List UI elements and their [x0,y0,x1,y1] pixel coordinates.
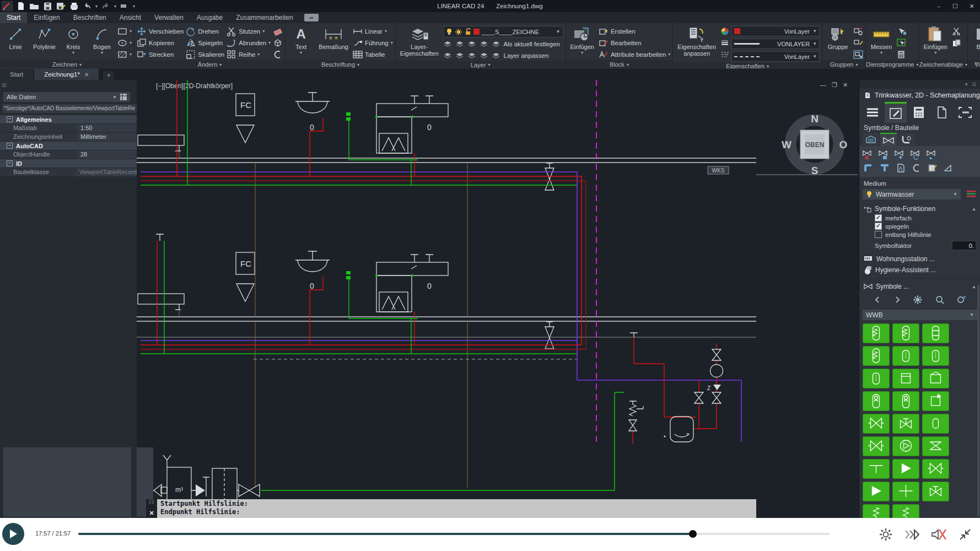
slope-tool-button[interactable] [943,162,955,174]
symbol-mirror-button[interactable] [927,149,939,161]
player-settings-button[interactable] [879,527,893,542]
chevron-down-icon[interactable]: ▾ [488,62,490,67]
nav-prev-button[interactable] [874,296,881,305]
ribbon-overflow-button[interactable]: » [974,60,978,66]
ribbon-button-grp-sel[interactable] [853,49,863,60]
ribbon-button-copyclip[interactable] [952,37,962,48]
ribbon-button-linie[interactable]: Linie [2,25,29,51]
ribbon-button-eraser[interactable] [273,26,283,36]
collapse-icon[interactable]: ▲ [972,207,976,212]
ribbon-button-calc[interactable] [897,49,907,60]
view-compass[interactable]: OBEN N W O S [782,113,847,176]
nav-search-button[interactable] [935,295,945,306]
property-row-bauteilklasse[interactable]: BauteilklasseViewportTableRecord [0,168,137,177]
command-line-handle[interactable]: ⣿⣿ ✕ [146,499,157,518]
symbol-rotate-button[interactable] [911,149,923,161]
symbol-tile-cross-22[interactable] [892,482,919,501]
menu-tab-beschriften[interactable]: Beschriften [67,12,113,23]
chevron-down-icon[interactable]: ▾ [581,50,583,55]
panel-tab-edit-pencil[interactable] [885,102,907,123]
menu-tab-einfügen[interactable]: Einfügen [27,12,66,23]
minimize-button[interactable]: ⎯ [930,0,947,12]
ribbon-button-messen[interactable]: Messen▾ [868,25,895,56]
ribbon-button-spiegeln[interactable]: Spiegeln [186,37,224,48]
symbol-category-dropdown[interactable]: WWB ▼ [863,310,977,320]
ribbon-button-tabelle[interactable]: Tabelle [353,49,393,60]
panel-scrollbar[interactable] [977,285,979,516]
symbol-tile-tank-1[interactable] [892,323,919,343]
panel-tab-calculator[interactable] [908,102,930,123]
symbol-tile-bow-d-20[interactable] [922,459,949,479]
element-path-field[interactable]: *Sonstige*/AutoCAD Basiselemente/Viewpor… [2,104,137,113]
ribbon-button-explode[interactable] [273,37,283,48]
checkbox-mehrfach[interactable]: ✓mehrfach [875,214,980,222]
panel-pin-icon[interactable]: ⊡ [972,82,976,87]
ribbon-button-layer-eigenschaften[interactable]: Layer- Eigenschaften [398,25,441,58]
ribbon-button-polylinie[interactable]: Polylinie [31,25,58,51]
command-line[interactable]: ⣿⣿ ✕ Startpunkt Hilfslinie: Endpunkt Hil… [146,499,756,518]
ribbon-button-bogen[interactable]: Bogen▾ [89,25,115,56]
progress-handle[interactable] [689,530,697,538]
close-tab-icon[interactable]: ✕ [84,72,89,78]
ribbon-button-führung[interactable]: Führung▾ [353,37,393,48]
ribbon-button-als-aktuell-festlegen[interactable]: Als aktuell festlegen [443,39,563,49]
symbol-tile-pump-16[interactable] [892,436,919,456]
player-speed-button[interactable] [905,527,919,542]
chevron-down-icon[interactable]: ▾ [79,62,82,67]
symbol-factor-input[interactable] [952,241,976,250]
tee-tool-button[interactable] [879,162,891,174]
symbol-tile-tri-21[interactable] [863,482,890,501]
symbol-move-button[interactable] [895,149,907,161]
symbol-tile-bow-x-17[interactable] [922,436,949,456]
chevron-down-icon[interactable]: ▾ [965,62,967,67]
property-group-autocad[interactable]: −AutoCAD [0,142,137,150]
collapse-icon[interactable]: − [7,116,13,122]
chevron-down-icon[interactable]: ▾ [300,50,302,55]
checkbox-spiegeln[interactable]: ✓spiegeln [875,222,980,230]
player-mute-button[interactable] [931,527,946,542]
progress-track[interactable] [78,533,830,535]
symbol-tile-box-peak-8[interactable] [922,369,949,388]
editsheet-tool-button[interactable] [927,162,939,174]
collapse-icon[interactable]: − [7,160,13,166]
ribbon-display-button[interactable]: ▪▾ [304,14,319,21]
chevron-down-icon[interactable]: ▾ [101,50,103,55]
dashrows-button[interactable] [720,49,729,60]
checkbox-icon[interactable]: ✓ [875,223,882,230]
media-colors-icon[interactable] [966,190,977,198]
symbol-tile-tank-0[interactable] [863,323,890,343]
ribbon-button-einfügen[interactable]: Einfügen▾ [922,25,950,56]
symbol-tile-tank-s-5[interactable] [922,346,949,366]
maximize-button[interactable]: ☐ [947,0,963,12]
symbol-tile-bow-d-15[interactable] [863,436,890,456]
ribbon-button-skalieren[interactable]: Skalieren [186,49,224,60]
medium-dropdown[interactable]: Warmwasser ▼ [863,189,961,199]
ribbon-button-clip[interactable] [273,49,283,60]
menu-tab-start[interactable]: Start [0,12,27,23]
ribbon-button-reihe[interactable]: Reihe▾ [227,49,271,60]
ribbon-button-stutzen[interactable]: Stutzen▾ [227,26,271,36]
ribbon-button-ellipse-tool[interactable]: ▾ [117,37,132,48]
ribbon-button-bearbeiten[interactable]: Bearbeiten [599,37,670,48]
new-tab-button[interactable]: + [103,71,114,80]
panel-dock-icon[interactable]: ▾ [965,82,968,87]
corner-tool-button[interactable] [863,162,875,174]
property-row-zeichnungseinheit[interactable]: ZeichnungseinheitMillimeter [0,133,137,142]
ribbon-button-kreis[interactable]: Kreis▾ [60,25,87,56]
symbol-tile-bow-t-13[interactable] [892,414,919,434]
chevron-down-icon[interactable]: ▾ [219,62,222,67]
ribbon-button-hatch-tool[interactable]: ▾ [117,49,132,60]
ribbon-button-base[interactable]: Base▾ [970,25,980,56]
symbol-tile-tank2-2[interactable] [922,323,949,343]
symbol-copy-button[interactable] [879,149,891,161]
ribbon-button-strecken[interactable]: Strecken [137,49,184,60]
symbol-delete-button[interactable] [863,149,875,161]
ribbon-button-qselect[interactable] [897,37,907,48]
ribbon-button-erstellen[interactable]: Erstellen [599,26,670,36]
clip-tool-button[interactable] [911,162,923,174]
collapse-icon[interactable]: ▲ [972,284,976,289]
ribbon-button-rect-tool[interactable]: ▾ [117,26,132,36]
drawing-canvas[interactable]: [−][Oben][2D-Drahtkörper] — ❐ ✕ [137,80,859,518]
nav-next-button[interactable] [893,296,901,305]
file-tab-zeichnung1[interactable]: Zeichnung1*✕ [34,68,99,80]
